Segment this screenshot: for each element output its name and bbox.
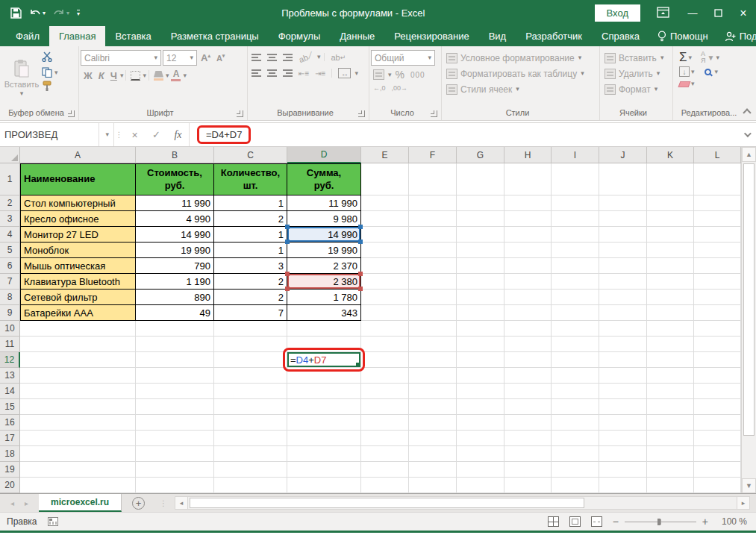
cell-A13[interactable] [20,368,136,384]
formula-bar-resize-handle[interactable]: ⋮ [113,123,124,146]
cell-A7[interactable]: Клавиатура Bluetooth [20,274,136,290]
cell-K7[interactable] [647,274,694,290]
cell-G11[interactable] [457,337,504,352]
cell-B13[interactable] [136,368,214,384]
tab-главная[interactable]: Главная [49,26,105,46]
row-header-16[interactable]: 16 [0,415,20,431]
tab-file[interactable]: Файл [6,26,49,46]
cell-K2[interactable] [647,195,694,211]
cell-K5[interactable] [647,243,694,258]
tab-справка[interactable]: Справка [592,26,649,46]
cell-B10[interactable] [136,321,214,337]
cell-F13[interactable] [409,368,457,384]
maximize-button[interactable] [705,0,731,26]
cell-F16[interactable] [409,415,457,431]
vertical-scrollbar[interactable]: ▲ ▼ [741,147,756,493]
cell-F6[interactable] [409,258,457,274]
column-header-I[interactable]: I [552,147,599,163]
number-dialog-launcher-icon[interactable] [431,110,437,117]
cell-C15[interactable] [214,399,287,415]
sort-filter-button[interactable]: АЯ [701,51,706,64]
cell-D5[interactable]: 19 990 [287,243,361,258]
minimize-button[interactable]: — [680,0,705,26]
cell-D2[interactable]: 11 990 [287,195,361,211]
cell-L11[interactable] [694,337,741,352]
borders-dropdown-icon[interactable]: ▾ [143,72,146,79]
cell-H15[interactable] [504,399,552,415]
cell-A4[interactable]: Монитор 27 LED [20,227,136,243]
cell-L4[interactable] [694,227,741,243]
cell-J6[interactable] [599,258,647,274]
cell-L7[interactable] [694,274,741,290]
cell-E11[interactable] [361,337,409,352]
cell-E18[interactable] [361,446,409,462]
cell-I12[interactable] [552,352,599,368]
tab-данные[interactable]: Данные [330,26,384,46]
cell-G13[interactable] [457,368,504,384]
cell-H2[interactable] [504,195,552,211]
cell-F19[interactable] [409,462,457,478]
cell-A19[interactable] [20,462,136,478]
cell-K13[interactable] [647,368,694,384]
cell-I14[interactable] [552,384,599,399]
cell-F17[interactable] [409,431,457,446]
cell-J16[interactable] [599,415,647,431]
column-header-F[interactable]: F [409,147,457,163]
horizontal-scrollbar[interactable]: ◂ ▸ [175,496,750,510]
cell-L8[interactable] [694,290,741,305]
cell-H6[interactable] [504,258,552,274]
column-header-E[interactable]: E [361,147,409,163]
tab-разметка-страницы[interactable]: Разметка страницы [161,26,269,46]
cell-D17[interactable] [287,431,361,446]
cell-B18[interactable] [136,446,214,462]
cell-D13[interactable] [287,368,361,384]
column-header-H[interactable]: H [504,147,552,163]
selection-handle[interactable] [358,225,363,229]
cell-G19[interactable] [457,462,504,478]
cell-B11[interactable] [136,337,214,352]
cell-D8[interactable]: 1 780 [287,290,361,305]
cell-A11[interactable] [20,337,136,352]
cell-E1[interactable] [361,163,409,195]
zoom-in-icon[interactable]: + [702,516,708,527]
cell-C14[interactable] [214,384,287,399]
cell-K17[interactable] [647,431,694,446]
cell-L6[interactable] [694,258,741,274]
cell-K20[interactable] [647,478,694,493]
sign-in-button[interactable]: Вход [595,4,640,22]
cell-K9[interactable] [647,305,694,321]
edit-cell-D12[interactable]: =D4+D7 [287,352,361,368]
normal-view-icon[interactable] [548,516,559,527]
selection-handle[interactable] [358,240,363,244]
cell-C10[interactable] [214,321,287,337]
cell-L12[interactable] [694,352,741,368]
cell-C17[interactable] [214,431,287,446]
cell-B4[interactable]: 14 990 [136,227,214,243]
column-header-A[interactable]: A [20,147,136,163]
increase-font-icon[interactable]: А▴ [199,52,213,63]
expand-formula-bar-icon[interactable] [737,123,756,146]
bold-button[interactable]: Ж [81,70,96,81]
cell-F20[interactable] [409,478,457,493]
cell-H16[interactable] [504,415,552,431]
cell-F15[interactable] [409,399,457,415]
cell-K11[interactable] [647,337,694,352]
cell-J5[interactable] [599,243,647,258]
ribbon-display-options-icon[interactable] [657,7,669,20]
font-name-combo[interactable]: Calibri▾ [81,50,161,66]
cells-item-2[interactable]: Формат▾ [605,81,671,97]
undo-button[interactable]: ▾ [29,8,46,18]
cell-K10[interactable] [647,321,694,337]
selection-handle[interactable] [285,287,290,291]
name-box[interactable]: ПРОИЗВЕД ▾ [0,123,113,146]
align-top-icon[interactable] [249,53,263,62]
cell-H12[interactable] [504,352,552,368]
cell-G7[interactable] [457,274,504,290]
cell-G14[interactable] [457,384,504,399]
new-sheet-button[interactable]: + [132,497,145,510]
column-header-G[interactable]: G [457,147,504,163]
customize-qat-icon[interactable]: ▾ [77,10,80,17]
autosum-dropdown-icon[interactable]: ▾ [689,54,693,61]
cell-L16[interactable] [694,415,741,431]
cell-J18[interactable] [599,446,647,462]
